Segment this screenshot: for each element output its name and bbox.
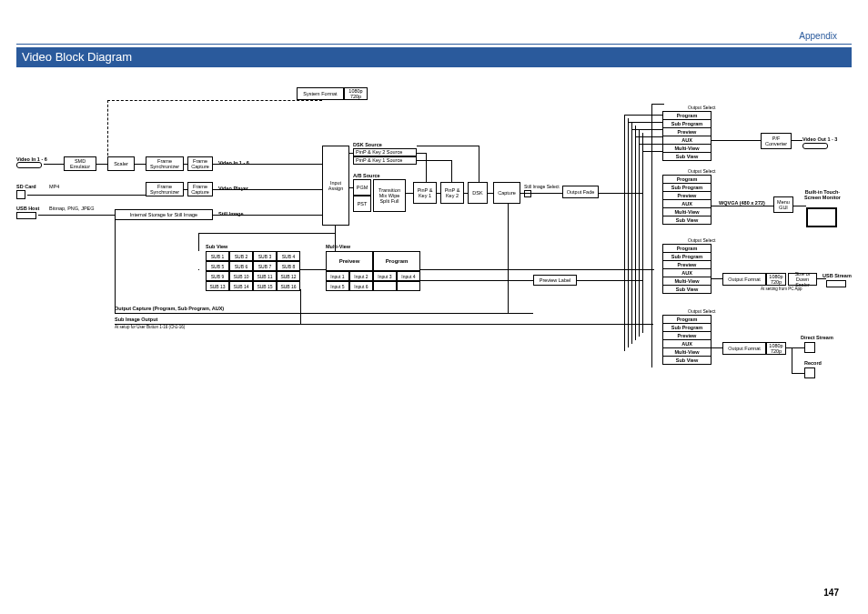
multiview-grid: Preivew Program Input 1Input 2Input 3Inp… xyxy=(326,251,420,291)
output-select-1-title: Output Select xyxy=(688,106,715,111)
system-format-opts: 1080p 720p xyxy=(344,87,368,100)
input-assign: Input Assign xyxy=(322,146,349,226)
usb-port xyxy=(16,212,36,219)
dsk-l2: PinP & Key 1 Source xyxy=(353,156,417,165)
internal-storage: Internal Storage for Still Image xyxy=(115,209,213,220)
output-format-4: Output Format xyxy=(722,342,766,355)
output-select-4-title: Output Select xyxy=(688,309,715,315)
system-format-box: System Format xyxy=(297,87,344,100)
output-capture-label: Output Capture (Program, Sub Program, AU… xyxy=(115,306,224,311)
dsk-l1: PinP & Key 2 Source xyxy=(353,148,417,156)
record-port xyxy=(804,367,815,378)
video-out-port xyxy=(802,143,828,149)
pf-converter: P/F Converter xyxy=(761,133,792,149)
direct-stream-port xyxy=(804,342,815,353)
video-in-port xyxy=(16,162,42,168)
still-select: Still Image Select xyxy=(524,185,560,190)
monitor-icon xyxy=(806,207,837,227)
frame-capture-2: Frame Capture xyxy=(187,182,213,196)
size-downscaler: Size or Down Scaler xyxy=(788,273,817,286)
dsk-box: DSK xyxy=(468,182,488,204)
sd-label: SD Card xyxy=(16,184,36,189)
frame-capture-1: Frame Capture xyxy=(187,156,213,171)
output-select-4: ProgramSub ProgramPreviewAUXMulti-ViewSu… xyxy=(662,315,712,365)
capture-box: Capture xyxy=(493,182,520,204)
output-fade: Output Fade xyxy=(562,186,599,198)
frame-sync-1: Frame Synchronizer xyxy=(146,156,184,171)
ab-source-title: A/B Source xyxy=(353,173,380,178)
video-out-label: Video Out 1 - 3 xyxy=(802,136,837,142)
scaler: Scaler xyxy=(107,156,135,171)
pst-box: PST xyxy=(353,196,371,212)
sd-port xyxy=(16,190,25,199)
record-label: Record xyxy=(804,360,822,366)
usb-stream-port xyxy=(826,280,846,287)
output-select-3-title: Output Select xyxy=(688,238,715,244)
preview-label-box: Preview Label xyxy=(533,275,577,286)
usb-label: USB Host xyxy=(16,206,39,211)
output-select-1: ProgramSub ProgramPreviewAUXMulti-ViewSu… xyxy=(662,111,712,161)
bottom-note: At setup for User Button 1-16 (Ch1-16) xyxy=(115,326,185,330)
menu-gui: Menu GUI xyxy=(773,196,793,213)
still-select-box xyxy=(524,190,531,197)
output-format-3: Output Format xyxy=(722,273,766,286)
usb-stream-label: USB Stream xyxy=(823,273,852,278)
transition-box: Transition Mix Wipe Split Full xyxy=(373,179,406,212)
subview-title: Sub View xyxy=(206,244,227,249)
block-diagram: System Format 1080p 720p Video In 1 - 6 … xyxy=(16,71,852,559)
direct-stream-label: Direct Stream xyxy=(801,335,833,340)
pinp-key-1: PinP & Key 1 xyxy=(413,182,437,204)
subview-grid: SUB 1SUB 2SUB 3SUB 4 SUB 5SUB 6SUB 7SUB … xyxy=(206,251,300,291)
pgm-box: PGM xyxy=(353,179,371,196)
out3-note: At setting from PC App xyxy=(761,287,802,292)
output-format-3-opts: 1080p 720p xyxy=(766,273,786,286)
smd-emulator: SMD Emulator xyxy=(64,156,96,171)
output-select-3: ProgramSub ProgramPreviewAUXMulti-ViewSu… xyxy=(662,244,712,294)
frame-sync-2: Frame Synchronizer xyxy=(146,182,184,196)
multiview-title: Multi-View xyxy=(326,244,350,249)
page-number: 147 xyxy=(823,588,839,598)
pinp-key-2: PinP & Key 2 xyxy=(440,182,464,204)
section-label: Appendix xyxy=(799,31,837,41)
dsk-source-title: DSK Source xyxy=(353,142,382,147)
sd-fmt: MP4 xyxy=(49,184,59,189)
output-select-2: ProgramSub ProgramPreviewAUXMulti-ViewSu… xyxy=(662,175,712,225)
page-title: Video Block Diagram xyxy=(16,47,852,67)
usb-fmt: Bitmap, PNG, JPEG xyxy=(49,206,95,211)
sub-image-output-label: Sub Image Output xyxy=(115,317,157,322)
builtin-label: Built-in Touch-Screen Monitor xyxy=(801,189,844,200)
output-format-4-opts: 1080p 720p xyxy=(766,342,786,355)
output-select-2-title: Output Select xyxy=(688,169,715,175)
